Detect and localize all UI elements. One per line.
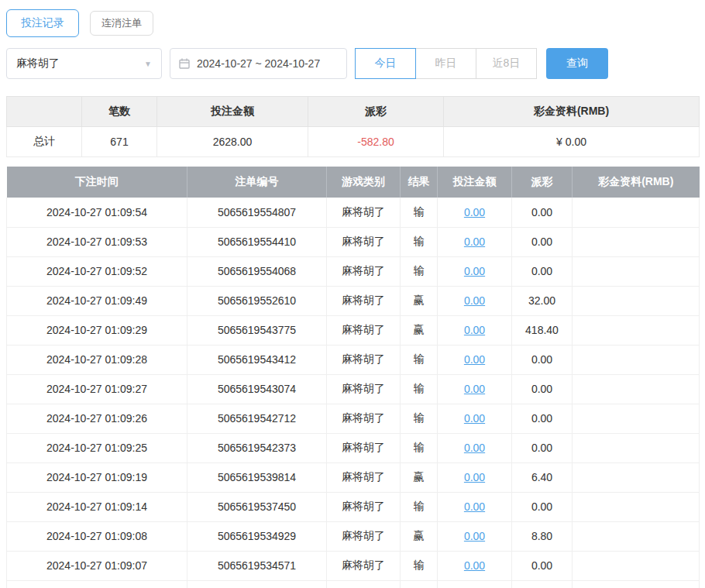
cell-result: 输 xyxy=(401,374,438,404)
table-row: 2024-10-27 01:09:285065619543412麻将胡了输0.0… xyxy=(7,345,700,374)
date-shortcut-group: 今日 昨日 近8日 xyxy=(355,48,537,79)
cell-result: 赢 xyxy=(401,462,438,492)
cell-jackpot xyxy=(573,404,700,433)
today-button[interactable]: 今日 xyxy=(355,48,416,79)
col-header-payout: 派彩 xyxy=(512,167,573,198)
bet-amount-link[interactable]: 0.00 xyxy=(464,530,485,542)
filter-bar: 麻将胡了 ▼ 2024-10-27 ~ 2024-10-27 今日 昨日 近8日… xyxy=(6,48,699,79)
cell-jackpot xyxy=(573,374,700,404)
table-row: 2024-10-27 01:09:195065619539814麻将胡了赢0.0… xyxy=(7,462,700,492)
cell-bet-id: 5065619542712 xyxy=(187,404,327,433)
cell-jackpot xyxy=(573,462,700,492)
table-row: 2024-10-27 01:09:545065619554807麻将胡了输0.0… xyxy=(7,198,700,227)
tab-cancelled-bets[interactable]: 连消注单 xyxy=(90,11,153,36)
col-header-bet-time: 下注时间 xyxy=(7,167,187,198)
col-header-jackpot: 彩金资料(RMB) xyxy=(573,167,700,198)
col-header-bet-id: 注单编号 xyxy=(187,167,327,198)
cell-game-type: 麻将胡了 xyxy=(327,286,401,315)
cell-bet-amount: 0.00 xyxy=(438,286,512,315)
cell-bet-id: 5065619534184 xyxy=(187,580,327,588)
cell-result: 输 xyxy=(401,551,438,580)
query-button[interactable]: 查询 xyxy=(546,48,608,79)
bet-amount-link[interactable]: 0.00 xyxy=(464,500,485,513)
cell-bet-id: 5065619543775 xyxy=(187,315,327,345)
cell-result: 输 xyxy=(401,198,438,227)
tab-betting-records[interactable]: 投注记录 xyxy=(6,9,79,37)
cell-result: 输 xyxy=(401,404,438,433)
calendar-icon xyxy=(178,57,191,70)
cell-jackpot xyxy=(573,286,700,315)
bet-amount-link[interactable]: 0.00 xyxy=(464,353,485,366)
bet-amount-link[interactable]: 0.00 xyxy=(464,265,485,277)
cell-game-type: 麻将胡了 xyxy=(327,315,401,345)
game-select[interactable]: 麻将胡了 ▼ xyxy=(6,48,162,79)
cell-bet-amount: 0.00 xyxy=(438,404,512,433)
bet-amount-link[interactable]: 0.00 xyxy=(464,412,485,425)
cell-bet-time: 2024-10-27 01:09:07 xyxy=(7,551,187,580)
summary-header-empty xyxy=(7,97,82,127)
cell-payout: 418.40 xyxy=(512,315,573,345)
cell-bet-time: 2024-10-27 01:09:27 xyxy=(7,374,187,404)
bet-amount-link[interactable]: 0.00 xyxy=(464,442,485,454)
cell-payout: 0.00 xyxy=(512,580,573,588)
cell-game-type: 麻将胡了 xyxy=(327,433,401,462)
bet-amount-link[interactable]: 0.00 xyxy=(464,294,485,307)
cell-bet-id: 5065619554807 xyxy=(187,198,327,227)
cell-jackpot xyxy=(573,580,700,588)
cell-bet-time: 2024-10-27 01:09:08 xyxy=(7,521,187,551)
cell-game-type: 麻将胡了 xyxy=(327,492,401,521)
cell-game-type: 麻将胡了 xyxy=(327,345,401,374)
cell-jackpot xyxy=(573,521,700,551)
date-range-input[interactable]: 2024-10-27 ~ 2024-10-27 xyxy=(170,48,347,79)
cell-jackpot xyxy=(573,492,700,521)
summary-total-jackpot: ¥ 0.00 xyxy=(444,127,700,157)
betting-records-page: 投注记录 连消注单 麻将胡了 ▼ 2024-10-27 ~ 2024-10-27… xyxy=(0,0,705,588)
summary-header-bet-amount: 投注金额 xyxy=(157,97,308,127)
cell-bet-amount: 0.00 xyxy=(438,374,512,404)
cell-bet-id: 5065619542373 xyxy=(187,433,327,462)
cell-result: 输 xyxy=(401,345,438,374)
cell-result: 赢 xyxy=(401,521,438,551)
table-row: 2024-10-27 01:09:065065619534184麻将胡了输0.0… xyxy=(7,580,700,588)
cell-bet-time: 2024-10-27 01:09:06 xyxy=(7,580,187,588)
bet-amount-link[interactable]: 0.00 xyxy=(464,206,485,218)
cell-jackpot xyxy=(573,551,700,580)
cell-bet-time: 2024-10-27 01:09:52 xyxy=(7,256,187,286)
cell-bet-time: 2024-10-27 01:09:54 xyxy=(7,198,187,227)
cell-payout: 0.00 xyxy=(512,256,573,286)
col-header-bet-amount: 投注金额 xyxy=(438,167,512,198)
cell-payout: 6.40 xyxy=(512,462,573,492)
cell-result: 赢 xyxy=(401,315,438,345)
cell-jackpot xyxy=(573,345,700,374)
cell-bet-id: 5065619552610 xyxy=(187,286,327,315)
bet-amount-link[interactable]: 0.00 xyxy=(464,559,485,572)
summary-total-label: 总计 xyxy=(7,127,82,157)
cell-result: 赢 xyxy=(401,286,438,315)
cell-bet-amount: 0.00 xyxy=(438,492,512,521)
cell-result: 输 xyxy=(401,580,438,588)
cell-bet-time: 2024-10-27 01:09:29 xyxy=(7,315,187,345)
chevron-down-icon: ▼ xyxy=(144,60,152,68)
cell-payout: 0.00 xyxy=(512,198,573,227)
cell-game-type: 麻将胡了 xyxy=(327,374,401,404)
cell-bet-id: 5065619543412 xyxy=(187,345,327,374)
bet-amount-link[interactable]: 0.00 xyxy=(464,471,485,483)
cell-jackpot xyxy=(573,433,700,462)
cell-payout: 0.00 xyxy=(512,433,573,462)
cell-bet-amount: 0.00 xyxy=(438,433,512,462)
bet-amount-link[interactable]: 0.00 xyxy=(464,236,485,248)
table-row: 2024-10-27 01:09:085065619534929麻将胡了赢0.0… xyxy=(7,521,700,551)
cell-payout: 0.00 xyxy=(512,345,573,374)
yesterday-button[interactable]: 昨日 xyxy=(415,48,476,79)
cell-result: 输 xyxy=(401,256,438,286)
bet-amount-link[interactable]: 0.00 xyxy=(464,383,485,395)
cell-bet-amount: 0.00 xyxy=(438,345,512,374)
cell-game-type: 麻将胡了 xyxy=(327,256,401,286)
cell-result: 输 xyxy=(401,227,438,256)
cell-bet-id: 5065619534571 xyxy=(187,551,327,580)
summary-table: 笔数 投注金额 派彩 彩金资料(RMB) 总计 671 2628.00 -582… xyxy=(6,96,700,157)
bet-amount-link[interactable]: 0.00 xyxy=(464,324,485,336)
last-8-days-button[interactable]: 近8日 xyxy=(476,48,537,79)
cell-jackpot xyxy=(573,198,700,227)
cell-bet-amount: 0.00 xyxy=(438,315,512,345)
